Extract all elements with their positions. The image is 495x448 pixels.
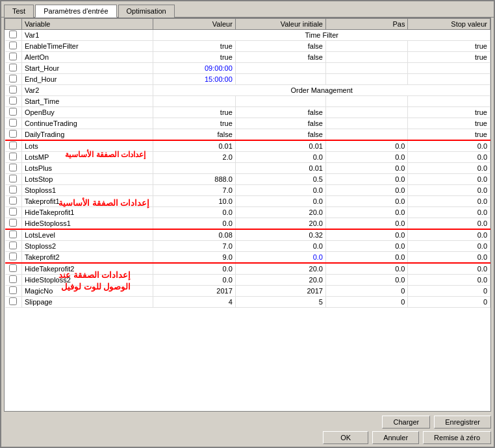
table-row: Slippage 4 5 0 0 (5, 297, 490, 308)
table-row: Takeprofit1 10.0 0.0 0.0 0.0 (5, 196, 490, 207)
row-checkbox[interactable] (9, 31, 17, 38)
row-checkbox[interactable] (9, 253, 17, 260)
var-name: End_Hour (21, 74, 153, 85)
table-row: Takeprofit2 9.0 0.0 0.0 0.0 (5, 252, 490, 264)
col-checkbox (5, 19, 22, 30)
table-row: OpenBuy true false true (5, 107, 490, 118)
tab-parametres[interactable]: Paramètres d'entrée (35, 5, 116, 18)
row-checkbox[interactable] (9, 219, 17, 227)
row-checkbox[interactable] (9, 186, 17, 193)
group1-annotation: إعدادات الصفقة الأساسية (29, 150, 146, 159)
group-label: Order Management (153, 85, 490, 96)
table-row: DailyTrading false false true (5, 129, 490, 141)
row-checkbox[interactable] (9, 153, 17, 160)
table-row: LotsLevel 0.08 0.32 0.0 0.0 (5, 229, 490, 241)
var-name: LotsPlus إعدادات الصفقة الأساسية (21, 163, 153, 174)
table-row: LotsPlus إعدادات الصفقة الأساسية 0.01 0.… (5, 163, 490, 174)
table-row: Stoploss2 7.0 0.0 0.0 0.0 (5, 241, 490, 252)
var-name: Takeprofit1 (21, 196, 153, 207)
table-row: HideTakeprofit2 0.0 20.0 0.0 0.0 (5, 263, 490, 275)
table-row: LotsStop 888.0 0.5 0.0 0.0 (5, 174, 490, 185)
var-name: Start_Hour (21, 63, 153, 74)
main-window: Test Paramètres d'entrée Optimisation Va… (0, 0, 495, 448)
row-checkbox[interactable] (9, 142, 17, 149)
var-name: OpenBuy (21, 107, 153, 118)
table-row: Var1 Time Filter (5, 30, 490, 41)
var-name: HideStoploss2 (21, 275, 153, 286)
tab-test[interactable]: Test (4, 5, 34, 18)
row-checkbox[interactable] (9, 130, 17, 138)
var-name: LotsLevel (21, 229, 153, 241)
row-checkbox[interactable] (9, 197, 17, 205)
remise-a-zero-button[interactable]: Remise à zéro (423, 431, 491, 444)
row-checkbox[interactable] (9, 97, 17, 105)
enregistrer-button[interactable]: Enregistrer (434, 416, 491, 429)
col-valeur-initiale: Valeur initiale (235, 19, 325, 30)
row-checkbox[interactable] (9, 53, 17, 60)
var-name: MagicNo (21, 286, 153, 297)
var-name: AlertOn (21, 52, 153, 63)
charger-button[interactable]: Charger (382, 416, 430, 429)
checkbox-cell[interactable] (5, 30, 22, 41)
col-pas: Pas (325, 19, 408, 30)
table-row: Stoploss1 7.0 0.0 0.0 0.0 (5, 185, 490, 196)
tab-bar: Test Paramètres d'entrée Optimisation (1, 1, 494, 18)
row-checkbox[interactable] (9, 208, 17, 216)
table-row: EnableTimeFilter true false true (5, 41, 490, 52)
table-row: Var2 Order Management (5, 85, 490, 96)
row-checkbox[interactable] (9, 75, 17, 82)
row-checkbox[interactable] (9, 164, 17, 171)
var-name: Stoploss1 (21, 185, 153, 196)
row-checkbox[interactable] (9, 175, 17, 182)
var-name: HideStoploss1 (21, 218, 153, 230)
table-row: HideStoploss1 0.0 20.0 0.0 0.0 (5, 218, 490, 230)
col-stop-valeur: Stop valeur (408, 19, 490, 30)
row-checkbox[interactable] (9, 64, 17, 71)
var-name: Var1 (21, 30, 153, 41)
var-name: HideTakeprofit2 (21, 263, 153, 275)
footer-row-1: Charger Enregistrer (4, 416, 491, 429)
ok-button[interactable]: OK (323, 431, 368, 444)
footer-area: Charger Enregistrer OK Annuler Remise à … (1, 412, 494, 447)
annuler-button[interactable]: Annuler (372, 431, 419, 444)
var-name: DailyTrading (21, 129, 153, 141)
table-row: ContinueTrading true false true (5, 118, 490, 129)
group-label: Time Filter (153, 30, 490, 41)
params-table: Variable Valeur Valeur initiale Pas Stop… (5, 18, 490, 308)
content-area: Variable Valeur Valeur initiale Pas Stop… (4, 18, 491, 412)
table-row: HideTakeprofit1 0.0 20.0 0.0 0.0 (5, 207, 490, 218)
table-container[interactable]: Variable Valeur Valeur initiale Pas Stop… (5, 18, 490, 411)
var-name: Takeprofit2 (21, 252, 153, 264)
var-name: EnableTimeFilter (21, 41, 153, 52)
row-checkbox[interactable] (9, 86, 17, 93)
footer-row-2: OK Annuler Remise à zéro (4, 431, 491, 444)
col-variable: Variable (21, 19, 153, 30)
var-name: Start_Time (21, 96, 153, 107)
table-row: AlertOn true false true (5, 52, 490, 63)
row-checkbox[interactable] (9, 275, 17, 283)
row-checkbox[interactable] (9, 119, 17, 127)
table-row: End_Hour 15:00:00 (5, 74, 490, 85)
table-row: MagicNo 2017 2017 0 0 (5, 286, 490, 297)
row-checkbox[interactable] (9, 108, 17, 116)
row-checkbox[interactable] (9, 242, 17, 249)
row-checkbox[interactable] (9, 264, 17, 272)
var-name: LotsStop (21, 174, 153, 185)
var-name: Stoploss2 (21, 241, 153, 252)
row-checkbox[interactable] (9, 297, 17, 305)
tab-optimisation[interactable]: Optimisation (118, 5, 175, 18)
var-name: Slippage (21, 297, 153, 308)
col-valeur: Valeur (153, 19, 236, 30)
table-row: Start_Time (5, 96, 490, 107)
row-checkbox[interactable] (9, 42, 17, 49)
var-name: Var2 (21, 85, 153, 96)
row-checkbox[interactable] (9, 230, 17, 238)
table-row: Start_Hour 09:00:00 (5, 63, 490, 74)
table-row: HideStoploss2 0.0 20.0 0.0 0.0 (5, 275, 490, 286)
var-name: HideTakeprofit1 (21, 207, 153, 218)
row-checkbox[interactable] (9, 286, 17, 294)
var-name: ContinueTrading (21, 118, 153, 129)
